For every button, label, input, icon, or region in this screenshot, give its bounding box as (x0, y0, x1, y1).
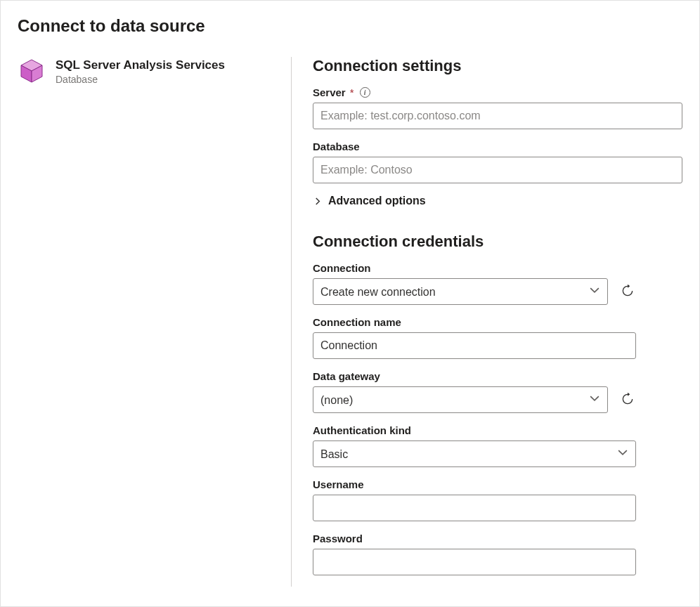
info-icon[interactable]: i (360, 87, 370, 98)
database-label: Database (313, 141, 682, 152)
connection-name-input[interactable] (313, 332, 636, 359)
password-label: Password (313, 533, 636, 544)
server-field: Server * i (313, 86, 682, 129)
username-label: Username (313, 478, 636, 490)
password-field: Password (313, 533, 636, 575)
connection-field: Connection Create new connection (313, 262, 636, 305)
source-subtitle: Database (56, 74, 225, 85)
password-input[interactable] (313, 549, 636, 575)
data-gateway-select[interactable]: (none) (313, 386, 608, 413)
left-column: SQL Server Analysis Services Database (18, 57, 292, 587)
required-star: * (350, 86, 354, 98)
connection-name-label: Connection name (313, 316, 636, 328)
source-name: SQL Server Analysis Services (56, 58, 225, 72)
page-title: Connect to data source (18, 16, 682, 36)
server-label-text: Server (313, 86, 346, 98)
settings-heading: Connection settings (313, 57, 682, 75)
refresh-connection-button[interactable] (619, 283, 636, 300)
cube-icon (18, 57, 46, 88)
content-columns: SQL Server Analysis Services Database Co… (18, 57, 682, 587)
source-info: SQL Server Analysis Services Database (56, 57, 225, 85)
right-column: Connection settings Server * i Database … (292, 57, 682, 587)
data-gateway-field: Data gateway (none) (313, 370, 636, 413)
dialog: Connect to data source SQL Server Analys… (0, 0, 700, 607)
chevron-right-icon (313, 196, 323, 206)
auth-kind-select[interactable]: Basic (313, 440, 636, 467)
refresh-gateway-button[interactable] (619, 391, 636, 408)
database-input[interactable] (313, 157, 682, 183)
connection-name-field: Connection name (313, 316, 636, 359)
database-field: Database (313, 141, 682, 183)
connection-select[interactable]: Create new connection (313, 278, 608, 305)
username-field: Username (313, 478, 636, 521)
server-label: Server * i (313, 86, 682, 98)
refresh-icon (621, 284, 635, 300)
credentials-heading: Connection credentials (313, 233, 682, 251)
server-input[interactable] (313, 103, 682, 129)
advanced-options-label: Advanced options (328, 195, 426, 207)
auth-kind-label: Authentication kind (313, 424, 636, 436)
refresh-icon (621, 392, 635, 408)
connection-label: Connection (313, 262, 636, 274)
auth-kind-field: Authentication kind Basic (313, 424, 636, 467)
data-gateway-label: Data gateway (313, 370, 636, 382)
username-input[interactable] (313, 495, 636, 521)
advanced-options-toggle[interactable]: Advanced options (313, 195, 426, 207)
